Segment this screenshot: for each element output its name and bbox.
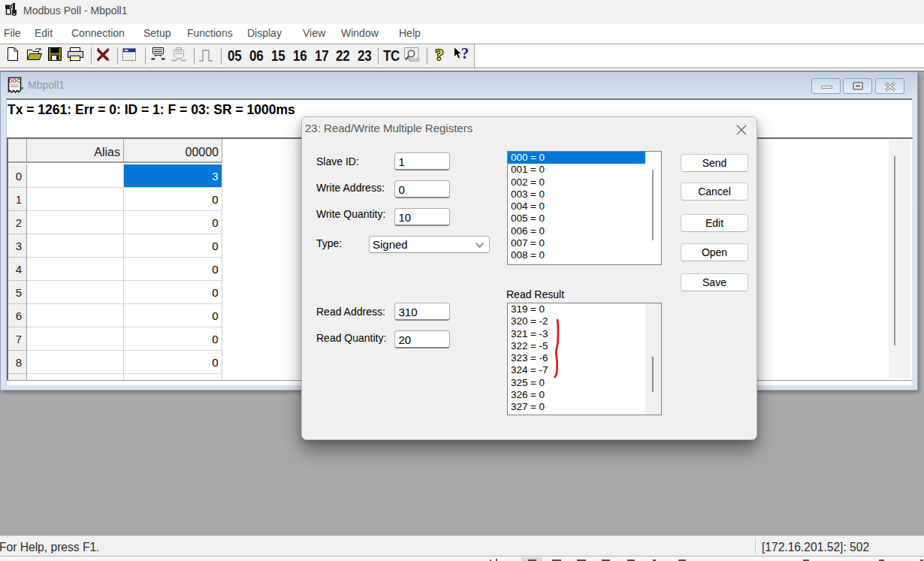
svg-text:DOC: DOC xyxy=(9,78,20,83)
svg-text:?: ? xyxy=(461,44,470,62)
svg-text:?: ? xyxy=(436,45,444,64)
